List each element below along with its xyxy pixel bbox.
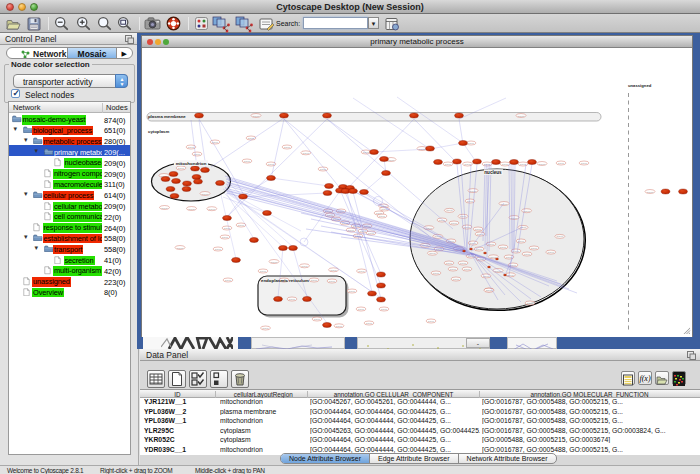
svg-text:Gal4p: Gal4p bbox=[446, 262, 453, 265]
svg-text:Gal4p: Gal4p bbox=[501, 203, 508, 206]
svg-text:Gal4p: Gal4p bbox=[500, 246, 507, 249]
svg-text:Gal4p: Gal4p bbox=[260, 270, 267, 273]
svg-text:Gal4p: Gal4p bbox=[433, 272, 440, 275]
svg-text:Gal4p: Gal4p bbox=[349, 290, 356, 293]
svg-text:Gal4p: Gal4p bbox=[527, 302, 534, 305]
svg-text:Gal4p: Gal4p bbox=[224, 227, 231, 230]
svg-text:Gal4p: Gal4p bbox=[502, 163, 509, 166]
svg-text:Gal4p: Gal4p bbox=[161, 207, 168, 210]
svg-text:endoplasmic reticulum: endoplasmic reticulum bbox=[261, 278, 309, 283]
svg-text:Gal4p: Gal4p bbox=[284, 146, 291, 149]
svg-text:Gal4p: Gal4p bbox=[289, 298, 296, 301]
svg-text:Gal4p: Gal4p bbox=[178, 167, 185, 170]
svg-text:Gal4p: Gal4p bbox=[468, 142, 475, 145]
svg-text:Gal4p: Gal4p bbox=[518, 115, 525, 118]
svg-text:Gal4p: Gal4p bbox=[450, 268, 457, 271]
svg-text:Gal4p: Gal4p bbox=[358, 270, 365, 273]
svg-text:Gal4p: Gal4p bbox=[475, 228, 482, 231]
svg-text:nucleus: nucleus bbox=[484, 170, 502, 175]
svg-text:Gal4p: Gal4p bbox=[429, 252, 436, 255]
svg-text:Gal4p: Gal4p bbox=[460, 262, 467, 265]
svg-text:Gal4p: Gal4p bbox=[446, 209, 453, 212]
svg-text:Gal4p: Gal4p bbox=[460, 215, 467, 218]
svg-text:unassigned: unassigned bbox=[628, 83, 652, 88]
svg-text:Gal4p: Gal4p bbox=[301, 265, 308, 268]
svg-text:Gal4p: Gal4p bbox=[464, 226, 471, 229]
svg-text:mitochondrion: mitochondrion bbox=[176, 161, 207, 166]
svg-text:Gal4p: Gal4p bbox=[314, 318, 321, 321]
svg-text:Gal4p: Gal4p bbox=[209, 208, 216, 211]
svg-text:Gal4p: Gal4p bbox=[428, 320, 435, 323]
svg-text:Gal4p: Gal4p bbox=[225, 279, 232, 282]
svg-text:Gal4p: Gal4p bbox=[557, 235, 564, 238]
svg-text:Gal4p: Gal4p bbox=[647, 191, 654, 194]
svg-text:Gal4p: Gal4p bbox=[336, 325, 343, 328]
svg-text:Gal4p: Gal4p bbox=[464, 268, 471, 271]
svg-text:Gal4p: Gal4p bbox=[188, 146, 195, 149]
svg-text:Gal4p: Gal4p bbox=[303, 152, 310, 155]
svg-text:Gal4p: Gal4p bbox=[271, 261, 278, 264]
svg-text:Gal4p: Gal4p bbox=[253, 115, 260, 118]
svg-text:Gal4p: Gal4p bbox=[188, 208, 195, 211]
svg-text:Gal4p: Gal4p bbox=[330, 269, 337, 272]
svg-text:Gal4p: Gal4p bbox=[177, 247, 184, 250]
svg-text:Gal4p: Gal4p bbox=[531, 247, 538, 250]
svg-text:plasma membrane: plasma membrane bbox=[148, 114, 186, 119]
svg-text:Gal4p: Gal4p bbox=[451, 222, 458, 225]
svg-text:Gal4p: Gal4p bbox=[222, 236, 229, 239]
svg-text:Gal4p: Gal4p bbox=[358, 308, 365, 311]
svg-text:Gal4p: Gal4p bbox=[366, 322, 373, 325]
svg-text:Gal4p: Gal4p bbox=[262, 327, 269, 330]
svg-text:Gal4p: Gal4p bbox=[539, 163, 546, 166]
svg-text:Gal4p: Gal4p bbox=[202, 193, 209, 196]
svg-text:Gal4p: Gal4p bbox=[238, 224, 245, 227]
svg-text:Gal4p: Gal4p bbox=[311, 279, 318, 282]
svg-text:Gal4p: Gal4p bbox=[464, 163, 471, 166]
svg-text:Gal4p: Gal4p bbox=[558, 162, 565, 165]
svg-text:Gal4p: Gal4p bbox=[381, 308, 388, 311]
svg-text:Gal4p: Gal4p bbox=[470, 190, 477, 193]
svg-text:Gal4p: Gal4p bbox=[445, 163, 452, 166]
svg-text:Gal4p: Gal4p bbox=[329, 280, 336, 283]
svg-text:Gal4p: Gal4p bbox=[215, 248, 222, 251]
svg-text:Gal4p: Gal4p bbox=[581, 162, 588, 165]
svg-text:Gal4p: Gal4p bbox=[194, 153, 201, 156]
svg-text:Gal4p: Gal4p bbox=[379, 215, 386, 218]
svg-text:Gal4p: Gal4p bbox=[453, 278, 460, 281]
svg-text:Gal4p: Gal4p bbox=[524, 253, 531, 256]
svg-text:Gal4p: Gal4p bbox=[548, 251, 555, 254]
svg-text:Gal4p: Gal4p bbox=[244, 160, 251, 163]
svg-text:Gal4p: Gal4p bbox=[388, 159, 395, 162]
svg-text:Gal4p: Gal4p bbox=[467, 200, 474, 203]
svg-text:cytoplasm: cytoplasm bbox=[148, 129, 169, 134]
